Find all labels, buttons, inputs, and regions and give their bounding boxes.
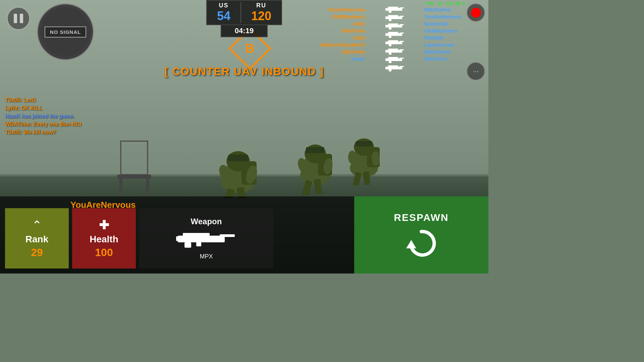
health-card: ✚ Health 100 xyxy=(72,208,136,268)
svg-rect-10 xyxy=(389,27,391,29)
player-name-us: DaBossPlayzMcPe xyxy=(320,42,365,48)
player-name-us: WDATime xyxy=(342,28,365,34)
rank-value: 29 xyxy=(31,246,43,259)
chat-button[interactable]: ··· xyxy=(467,62,485,80)
gun-icon xyxy=(385,23,404,29)
score-ru-value: 120 xyxy=(251,9,271,23)
respawn-button[interactable]: RESPAWN xyxy=(354,196,488,274)
player-row: WDATime xyxy=(320,49,365,55)
svg-rect-24 xyxy=(385,58,402,61)
svg-rect-9 xyxy=(388,23,398,25)
svg-rect-6 xyxy=(389,19,391,21)
svg-rect-12 xyxy=(385,33,402,36)
chat-dots-icon: ··· xyxy=(473,67,479,76)
team-us-label: US xyxy=(219,2,228,9)
player-row: PlatoDN xyxy=(424,35,462,41)
svg-rect-8 xyxy=(385,25,402,27)
gun-icon xyxy=(385,15,404,21)
gun-icon xyxy=(385,57,404,63)
svg-rect-66 xyxy=(220,234,235,237)
fps-counter: FPS: 39 [25.00 M xyxy=(426,1,465,6)
health-label: Health xyxy=(90,234,118,245)
record-dot-icon xyxy=(471,8,481,18)
player-name-ru: PlatoDN xyxy=(424,35,443,41)
player-row: WDATime xyxy=(424,56,462,62)
svg-rect-11 xyxy=(399,24,404,25)
player-list: YouAreNervous CN3Blueberry obito WDATime… xyxy=(320,7,462,71)
objective-b-marker: B xyxy=(235,34,265,64)
svg-rect-68 xyxy=(196,242,201,246)
player-name-ru: WDAFahim xyxy=(424,7,451,12)
player-row: YouAreNervous xyxy=(424,14,462,19)
player-name-us: obito xyxy=(353,35,365,41)
score-us-value: 54 xyxy=(217,9,230,23)
chat-message: WDATime: Every one Ban NCt xyxy=(5,121,82,127)
player-name-us: YouAreNervous xyxy=(327,7,365,12)
hud-bottom: YouAreNervous ⌃ Rank 29 ✚ Health 100 Wea… xyxy=(0,196,488,274)
us-team-column: YouAreNervous CN3Blueberry obito WDATime… xyxy=(320,7,365,71)
svg-rect-3 xyxy=(399,7,404,8)
player-name-us: CN3Blueberry xyxy=(332,14,365,19)
svg-rect-17 xyxy=(388,40,398,42)
svg-rect-25 xyxy=(388,57,398,58)
player-name-ru: CN3Blueberry xyxy=(424,28,458,34)
svg-rect-31 xyxy=(399,66,404,67)
svg-rect-13 xyxy=(388,32,398,33)
player-row: WDAFahim xyxy=(424,7,462,12)
chat-message: T3x05: LmO xyxy=(5,97,82,103)
svg-rect-64 xyxy=(183,233,210,236)
gun-icon xyxy=(385,40,404,46)
svg-marker-69 xyxy=(406,240,416,248)
svg-rect-27 xyxy=(399,58,404,59)
chat-log: T3x05: LmO LyRz: OK KILL HawK has joined… xyxy=(5,97,82,135)
svg-rect-21 xyxy=(388,49,398,50)
weapon-label: Weapon xyxy=(191,217,222,226)
player-row: WDAFahim xyxy=(424,49,462,55)
pause-icon xyxy=(14,14,23,23)
respawn-label: RESPAWN xyxy=(394,212,448,223)
player-row: obito xyxy=(320,35,365,41)
gun-icons-column xyxy=(385,7,404,71)
player-name-us: obito xyxy=(353,21,365,26)
player-row: obito xyxy=(320,21,365,26)
team-ru: RU 120 xyxy=(241,1,281,24)
player-name-hawk: HawK xyxy=(351,56,365,62)
svg-rect-19 xyxy=(399,41,404,42)
svg-rect-23 xyxy=(399,49,404,50)
svg-rect-20 xyxy=(385,50,402,53)
svg-rect-1 xyxy=(388,7,398,8)
svg-rect-15 xyxy=(399,33,404,34)
respawn-icon xyxy=(406,228,436,258)
player-row: Lapestecrew xyxy=(424,42,462,48)
gun-icon xyxy=(385,49,404,55)
weapon-gun-icon xyxy=(176,230,236,250)
player-row: CN3Blueberry xyxy=(320,14,365,19)
chat-message: LyRz: OK KILL xyxy=(5,105,82,111)
svg-rect-16 xyxy=(385,42,402,44)
weapon-card: Weapon MPX xyxy=(139,208,273,268)
record-button[interactable] xyxy=(467,3,485,22)
rank-label: Rank xyxy=(25,234,48,245)
team-us: US 54 xyxy=(207,1,240,24)
svg-rect-18 xyxy=(389,44,391,46)
svg-rect-0 xyxy=(385,8,402,11)
gun-icon xyxy=(385,32,404,38)
svg-rect-28 xyxy=(385,67,402,69)
pause-button[interactable] xyxy=(7,7,30,30)
svg-rect-5 xyxy=(388,15,398,16)
no-signal-display: NO SIGNAL xyxy=(37,3,94,60)
svg-rect-2 xyxy=(389,11,391,13)
uav-message: [ COUNTER UAV INBOUND ] xyxy=(164,65,324,78)
player-name-ru: Lapestecrew xyxy=(424,42,454,48)
gun-icon xyxy=(385,7,404,13)
player-row: HawK xyxy=(320,56,365,62)
player-name-ru: Spartan42 xyxy=(424,21,448,26)
player-name-ru: YouAreNervous xyxy=(424,14,462,19)
player-name-us: WDATime xyxy=(342,49,365,55)
player-row: Spartan42 xyxy=(424,21,462,26)
player-name-ru: WDAFahim xyxy=(424,49,451,55)
svg-rect-67 xyxy=(176,236,180,241)
floor-background xyxy=(0,176,488,196)
chat-message: HawK has joined the game. xyxy=(5,113,82,119)
player-row: WDATime xyxy=(320,28,365,34)
